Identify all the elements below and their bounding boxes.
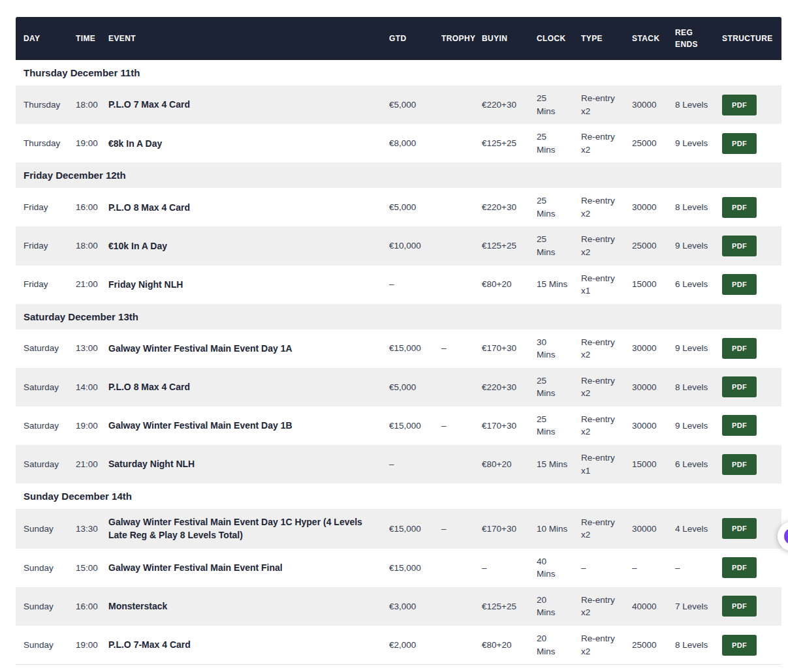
cell-structure: PDF bbox=[714, 188, 781, 226]
cell-stack: 30000 bbox=[624, 509, 667, 549]
cell-reg-ends: 8 Levels bbox=[667, 626, 714, 665]
cell-day: Sunday bbox=[16, 626, 68, 665]
cell-type: Re-entry x2 bbox=[573, 509, 624, 549]
section-title: Saturday December 13th bbox=[16, 304, 781, 329]
cell-day: Saturday bbox=[16, 368, 68, 406]
event-row: Sunday19:00P.L.O 7-Max 4 Card€2,000€80+2… bbox=[16, 626, 781, 665]
cell-clock: 15 Mins bbox=[529, 266, 573, 304]
cell-clock: 25 Mins bbox=[529, 85, 573, 124]
pdf-button[interactable]: PDF bbox=[722, 236, 757, 256]
cell-structure: PDF bbox=[714, 549, 781, 587]
cell-time: 21:00 bbox=[68, 445, 101, 483]
cell-time: 15:00 bbox=[68, 549, 101, 587]
cell-gtd: €5,000 bbox=[381, 85, 433, 124]
cell-trophy bbox=[433, 188, 474, 226]
cell-stack: 25000 bbox=[624, 626, 667, 665]
cell-event: Friday Night NLH bbox=[101, 266, 381, 304]
table-body: Thursday December 11thThursday18:00P.L.O… bbox=[16, 60, 781, 665]
cell-trophy bbox=[433, 124, 474, 162]
event-row: Friday18:00€10k In A Day€10,000€125+2525… bbox=[16, 226, 781, 265]
tournament-schedule-page: DAY TIME EVENT GTD TROPHY BUYIN CLOCK TY… bbox=[16, 17, 781, 665]
cell-buyin: €170+30 bbox=[474, 329, 529, 368]
cell-day: Friday bbox=[16, 266, 68, 304]
pdf-button[interactable]: PDF bbox=[722, 376, 757, 397]
pdf-button[interactable]: PDF bbox=[722, 635, 757, 656]
cell-buyin: €80+20 bbox=[474, 626, 529, 665]
cell-reg-ends: 9 Levels bbox=[667, 406, 714, 445]
cell-reg-ends: 9 Levels bbox=[667, 329, 714, 368]
pdf-button[interactable]: PDF bbox=[722, 415, 757, 436]
column-header-day: DAY bbox=[16, 17, 68, 60]
cell-day: Saturday bbox=[16, 445, 68, 483]
cell-time: 19:00 bbox=[68, 406, 101, 445]
event-row: Thursday19:00€8k In A Day€8,000€125+2525… bbox=[16, 124, 781, 162]
cell-type: Re-entry x1 bbox=[573, 445, 624, 483]
pdf-button[interactable]: PDF bbox=[722, 95, 757, 115]
cell-stack: 40000 bbox=[624, 587, 667, 626]
cell-gtd: €2,000 bbox=[381, 626, 433, 665]
cell-trophy bbox=[433, 549, 474, 587]
pdf-button[interactable]: PDF bbox=[722, 197, 757, 218]
cell-clock: 25 Mins bbox=[529, 406, 573, 445]
cell-gtd: €10,000 bbox=[381, 226, 433, 265]
event-row: Saturday13:00Galway Winter Festival Main… bbox=[16, 329, 781, 368]
cell-reg-ends: 9 Levels bbox=[667, 226, 714, 265]
cell-gtd: €5,000 bbox=[381, 368, 433, 406]
cell-event: €8k In A Day bbox=[101, 124, 381, 162]
pdf-button[interactable]: PDF bbox=[722, 557, 757, 578]
pdf-button[interactable]: PDF bbox=[722, 133, 757, 154]
cell-clock: 30 Mins bbox=[529, 329, 573, 368]
cell-trophy bbox=[433, 445, 474, 483]
cell-trophy bbox=[433, 626, 474, 665]
cell-event: Galway Winter Festival Main Event Day 1B bbox=[101, 406, 381, 445]
cell-day: Thursday bbox=[16, 124, 68, 162]
cell-structure: PDF bbox=[714, 266, 781, 304]
event-row: Sunday16:00Monsterstack€3,000€125+2520 M… bbox=[16, 587, 781, 626]
pdf-button[interactable]: PDF bbox=[722, 454, 757, 475]
event-row: Friday21:00Friday Night NLH–€80+2015 Min… bbox=[16, 266, 781, 304]
cell-reg-ends: – bbox=[667, 549, 714, 587]
pdf-button[interactable]: PDF bbox=[722, 518, 757, 539]
cell-stack: 30000 bbox=[624, 85, 667, 124]
cell-time: 21:00 bbox=[68, 266, 101, 304]
pdf-button[interactable]: PDF bbox=[722, 274, 757, 295]
cell-buyin: €170+30 bbox=[474, 509, 529, 549]
event-row: Friday16:00P.L.O 8 Max 4 Card€5,000€220+… bbox=[16, 188, 781, 226]
section-title: Friday December 12th bbox=[16, 162, 781, 188]
column-header-clock: CLOCK bbox=[529, 17, 573, 60]
cell-day: Saturday bbox=[16, 406, 68, 445]
event-row: Saturday14:00P.L.O 8 Max 4 Card€5,000€22… bbox=[16, 368, 781, 406]
section-title: Sunday December 14th bbox=[16, 483, 781, 509]
cell-clock: 25 Mins bbox=[529, 368, 573, 406]
cell-trophy bbox=[433, 266, 474, 304]
cell-time: 18:00 bbox=[68, 226, 101, 265]
cell-reg-ends: 8 Levels bbox=[667, 188, 714, 226]
column-header-buyin: BUYIN bbox=[474, 17, 529, 60]
cell-trophy: – bbox=[433, 406, 474, 445]
cell-type: Re-entry x2 bbox=[573, 587, 624, 626]
cell-type: Re-entry x2 bbox=[573, 626, 624, 665]
cell-structure: PDF bbox=[714, 329, 781, 368]
tournament-schedule-table: DAY TIME EVENT GTD TROPHY BUYIN CLOCK TY… bbox=[16, 17, 781, 665]
column-header-gtd: GTD bbox=[381, 17, 433, 60]
cell-buyin: €220+30 bbox=[474, 368, 529, 406]
cell-time: 19:00 bbox=[68, 124, 101, 162]
cell-reg-ends: 8 Levels bbox=[667, 85, 714, 124]
cell-type: Re-entry x2 bbox=[573, 329, 624, 368]
cell-stack: 15000 bbox=[624, 445, 667, 483]
cell-gtd: €8,000 bbox=[381, 124, 433, 162]
cell-structure: PDF bbox=[714, 626, 781, 665]
cell-buyin: €80+20 bbox=[474, 266, 529, 304]
cell-event: €10k In A Day bbox=[101, 226, 381, 265]
cell-trophy bbox=[433, 226, 474, 265]
cell-time: 19:00 bbox=[68, 626, 101, 665]
cell-reg-ends: 6 Levels bbox=[667, 445, 714, 483]
cell-stack: 15000 bbox=[624, 266, 667, 304]
cell-gtd: €15,000 bbox=[381, 329, 433, 368]
pdf-button[interactable]: PDF bbox=[722, 596, 757, 617]
cell-buyin: – bbox=[474, 549, 529, 587]
pdf-button[interactable]: PDF bbox=[722, 338, 757, 359]
cell-gtd: €5,000 bbox=[381, 188, 433, 226]
cell-clock: 25 Mins bbox=[529, 124, 573, 162]
event-row: Sunday13:30Galway Winter Festival Main E… bbox=[16, 509, 781, 549]
